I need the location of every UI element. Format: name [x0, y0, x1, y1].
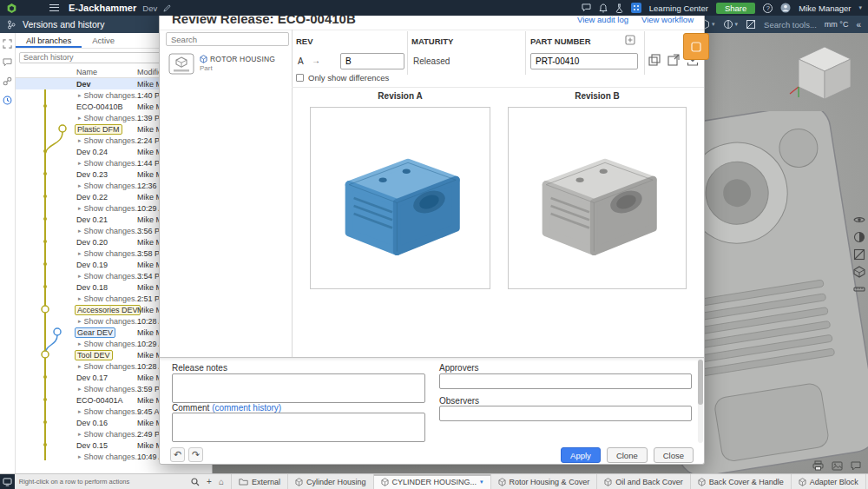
version-name[interactable]: Gear DEV	[75, 327, 115, 338]
expand-arrow-icon[interactable]: ▸	[78, 431, 82, 438]
follow-mode-icon[interactable]	[0, 474, 15, 489]
release-items-search-input[interactable]	[166, 32, 289, 46]
show-changes-link[interactable]: Show changes...	[84, 385, 142, 393]
document-tab[interactable]: CYLINDER HOUSING... ▾	[374, 474, 491, 489]
document-menu-icon[interactable]	[49, 4, 59, 11]
expand-arrow-icon[interactable]: ▸	[78, 408, 82, 415]
document-tab[interactable]: Cylinder Housing	[288, 474, 374, 489]
user-name[interactable]: Mike Manager	[799, 3, 851, 13]
column-header-name[interactable]: Name	[76, 68, 97, 76]
expand-arrow-icon[interactable]: ▸	[78, 318, 82, 325]
view-workflow-link[interactable]: View workflow	[641, 15, 694, 24]
expand-arrow-icon[interactable]: ▸	[78, 160, 82, 167]
hide-show-eye-icon[interactable]	[853, 214, 865, 226]
show-changes-link[interactable]: Show changes...	[84, 114, 142, 122]
tab-menu-caret-icon[interactable]: ▾	[480, 479, 483, 486]
show-changes-link[interactable]: Show changes...	[84, 204, 142, 213]
version-name[interactable]: Dev 0.18	[76, 283, 108, 292]
view-audit-log-link[interactable]: View audit log	[577, 15, 628, 24]
expand-arrow-icon[interactable]: ▸	[78, 228, 82, 235]
expand-arrow-icon[interactable]: ▸	[78, 205, 82, 212]
highlighted-release-tool-button[interactable]	[683, 33, 709, 60]
revision-a-preview[interactable]	[310, 107, 490, 289]
version-name[interactable]: Dev 0.20	[76, 238, 108, 247]
version-name[interactable]: ECO-00401A	[76, 396, 123, 405]
version-name[interactable]: Dev 0.17	[76, 373, 108, 382]
expand-arrow-icon[interactable]: ▸	[78, 137, 82, 144]
version-name[interactable]: Plastic DFM	[75, 124, 122, 135]
expand-arrow-icon[interactable]: ▸	[78, 273, 82, 280]
version-name[interactable]: Dev 0.19	[76, 261, 108, 269]
show-changes-link[interactable]: Show changes...	[84, 159, 142, 168]
undo-button[interactable]: ↶	[170, 447, 185, 462]
apps-grid-icon[interactable]	[631, 3, 641, 13]
user-avatar[interactable]	[780, 3, 791, 13]
display-mode-icon[interactable]: ▾	[723, 19, 739, 30]
show-changes-link[interactable]: Show changes...	[84, 453, 142, 461]
expand-arrow-icon[interactable]: ▸	[78, 92, 82, 99]
version-name[interactable]: Dev 0.15	[76, 441, 108, 450]
measure-icon[interactable]	[853, 283, 865, 295]
part-number-input[interactable]	[530, 53, 638, 69]
selection-filter-icon[interactable]	[3, 39, 12, 49]
revision-b-preview[interactable]	[508, 107, 687, 289]
tab-all-branches[interactable]: All branches	[16, 33, 82, 48]
document-tab[interactable]: Back Cover & Handle	[691, 474, 792, 489]
show-changes-link[interactable]: Show changes...	[84, 407, 142, 416]
follow-link-icon[interactable]	[3, 76, 12, 86]
tab-search-icon[interactable]	[191, 478, 200, 486]
show-changes-link[interactable]: Show changes...	[84, 272, 142, 281]
isolate-cube-icon[interactable]	[853, 266, 865, 278]
expand-arrow-icon[interactable]: ▸	[78, 340, 82, 347]
observers-input[interactable]	[439, 406, 692, 421]
document-tab[interactable]: External	[232, 474, 288, 489]
show-changes-link[interactable]: Show changes...	[84, 317, 142, 326]
print-icon[interactable]	[812, 460, 824, 471]
release-notes-textarea[interactable]	[172, 373, 425, 403]
user-menu-caret-icon[interactable]: ▾	[858, 4, 862, 11]
expand-arrow-icon[interactable]: ▸	[78, 295, 82, 302]
expand-arrow-icon[interactable]: ▸	[78, 250, 82, 257]
show-changes-link[interactable]: Show changes...	[84, 362, 142, 371]
version-name[interactable]: ECO-00410B	[76, 102, 123, 111]
expand-arrow-icon[interactable]: ▸	[78, 363, 82, 370]
version-name[interactable]: Dev 0.22	[76, 193, 108, 202]
search-tools-placeholder[interactable]: Search tools...	[764, 20, 817, 30]
show-changes-link[interactable]: Show changes...	[84, 227, 142, 235]
version-name[interactable]: Dev 0.21	[76, 215, 108, 224]
redo-button[interactable]: ↷	[188, 447, 203, 462]
help-icon[interactable]: ?	[763, 3, 773, 13]
show-changes-link[interactable]: Show changes...	[84, 182, 142, 190]
version-name[interactable]: Accessories DEV	[75, 305, 141, 315]
labs-flask-icon[interactable]	[615, 3, 623, 13]
expand-arrow-icon[interactable]: ▸	[78, 453, 82, 460]
document-tab[interactable]: Adapter Block	[792, 474, 866, 489]
snapshot-icon[interactable]	[832, 461, 843, 471]
apply-button[interactable]: Apply	[561, 447, 601, 463]
approvers-input[interactable]	[439, 373, 692, 389]
comment-history-link[interactable]: (comment history)	[212, 403, 281, 413]
rev-to-input[interactable]	[340, 53, 404, 69]
comments-panel-icon[interactable]	[3, 58, 12, 67]
appearance-icon[interactable]	[853, 231, 865, 243]
expand-arrow-icon[interactable]: ▸	[78, 115, 82, 122]
version-name[interactable]: Dev 0.24	[76, 148, 108, 156]
dialog-scrollbar[interactable]	[698, 360, 703, 443]
home-tab-button[interactable]: ⌂	[219, 478, 224, 486]
clone-button[interactable]: Clone	[607, 447, 648, 463]
expand-arrow-icon[interactable]: ▸	[78, 386, 82, 393]
section-icon[interactable]	[853, 248, 865, 261]
share-button[interactable]: Share	[716, 3, 755, 14]
release-item-row[interactable]: ROTOR HOUSING Part	[168, 50, 288, 76]
only-show-differences-checkbox[interactable]	[296, 74, 304, 82]
view-cube[interactable]	[786, 36, 861, 102]
learning-center-link[interactable]: Learning Center	[649, 3, 708, 13]
version-name[interactable]: Dev 0.23	[76, 170, 108, 179]
workspace-branch-label[interactable]: Dev	[142, 3, 157, 13]
version-name[interactable]: Dev 0.16	[76, 419, 108, 427]
history-clock-icon[interactable]	[3, 96, 12, 105]
show-changes-link[interactable]: Show changes...	[84, 340, 142, 348]
version-name[interactable]: Dev	[76, 80, 91, 89]
show-changes-link[interactable]: Show changes...	[84, 294, 142, 303]
rename-pencil-icon[interactable]	[163, 4, 171, 12]
